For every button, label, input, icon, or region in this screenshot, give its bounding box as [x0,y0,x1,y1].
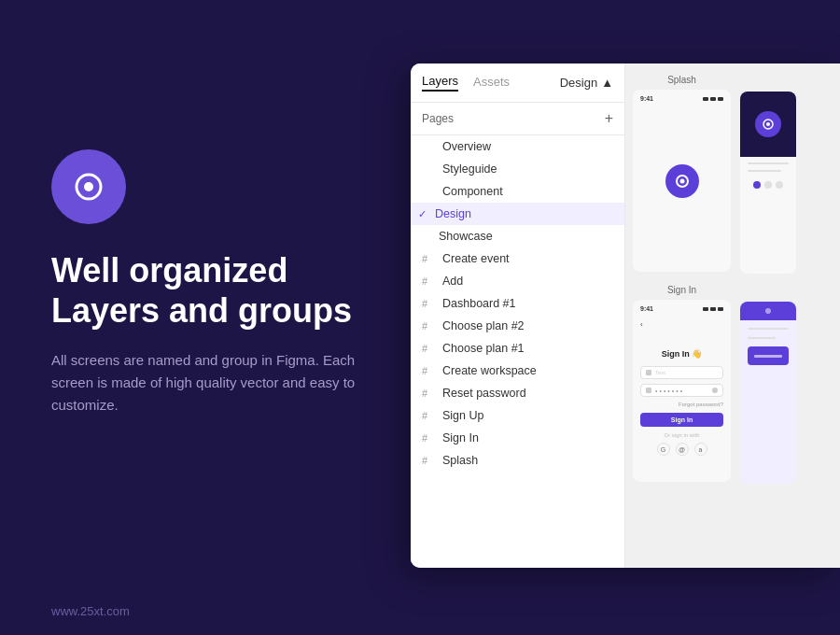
hash-icon: # [422,388,437,399]
tab-assets[interactable]: Assets [473,75,510,91]
status-time: 9:41 [640,95,653,102]
preview-area: Splash 9:41 [625,64,840,568]
chevron-up-icon: ▲ [601,76,613,90]
sidebar-tabs: Layers Assets [422,74,510,92]
left-panel: Well organized Layers and groups All scr… [51,149,406,416]
dot [776,181,783,189]
user-icon [646,370,651,375]
battery-icon [718,97,723,101]
checkmark-icon: ✓ [418,208,433,220]
social-icons-row: G @ a [640,443,723,456]
forgot-password-link[interactable]: Forgot password? [640,402,723,407]
battery-icon [718,307,723,311]
list-item[interactable]: Overview [411,135,624,158]
hash-icon: # [422,320,437,332]
partial-screen-bottom [740,302,796,484]
list-item[interactable]: # Create workspace [411,360,624,382]
status-bar: 9:41 [633,95,731,102]
hash-icon: # [422,455,437,466]
back-arrow[interactable]: ‹ [640,320,723,329]
list-item[interactable]: # Sign Up [411,404,624,427]
username-input[interactable]: Text [640,366,723,379]
subtext: All screens are named and group in Figma… [51,349,359,416]
list-item[interactable]: Component [411,180,624,203]
preview-row-2: Sign In 9:41 ‹ Sign In 👋 [633,285,833,484]
partial-logo-icon [762,118,775,131]
dot-row [740,177,796,189]
list-item[interactable]: Styleguide [411,158,624,180]
signin-preview: Sign In 9:41 ‹ Sign In 👋 [633,285,731,484]
preview-row-1: Splash 9:41 [633,75,833,274]
pages-section: Pages + [411,103,624,135]
svg-point-3 [679,178,684,183]
partial-preview-bottom [740,302,796,484]
list-item[interactable]: # Choose plan #2 [411,315,624,337]
partial-top-bar [740,302,796,320]
list-item[interactable]: # Add [411,270,624,292]
wave-emoji: 👋 [692,349,702,359]
layers-list: Overview Styleguide Component ✓ Design S… [411,135,624,568]
email-icon[interactable]: @ [676,443,689,456]
list-item[interactable]: Showcase [411,225,624,247]
wifi-icon [710,307,716,311]
status-time-signin: 9:41 [640,305,653,312]
splash-logo-icon [674,173,691,190]
lock-icon [646,388,651,393]
hash-icon: # [422,343,437,354]
list-item[interactable]: # Reset password [411,382,624,404]
hash-icon: # [422,253,437,264]
splash-screen: 9:41 [633,90,731,272]
button-label-bar [754,355,782,358]
partial-header [740,92,796,157]
figma-panel: Layers Assets Design ▲ Pages + Overview … [411,64,840,568]
signin-title: Sign In 👋 [640,349,723,359]
partial-logo [755,111,781,137]
password-dots: ••••••• [655,388,684,394]
apple-icon[interactable]: a [694,443,707,456]
dot [753,181,761,189]
svg-point-5 [766,122,770,126]
hash-icon: # [422,432,437,444]
partial-screen-top [740,92,796,274]
status-icons [703,97,723,101]
splash-preview: Splash 9:41 [633,75,731,274]
signal-icon [703,97,708,101]
signin-button[interactable]: Sign In [640,413,723,427]
splash-logo [665,164,699,198]
dot-indicator [765,308,771,314]
list-item-active[interactable]: ✓ Design [411,203,624,225]
list-item[interactable]: # Sign In [411,427,624,449]
hash-icon: # [422,298,437,309]
or-divider: Or sign in with [640,432,723,438]
layers-sidebar: Layers Assets Design ▲ Pages + Overview … [411,64,625,568]
tab-design[interactable]: Design ▲ [560,76,613,90]
list-item[interactable]: # Splash [411,449,624,472]
signal-icon [703,307,708,311]
headline: Well organized Layers and groups [51,250,406,331]
partial-preview-top [740,92,796,274]
partial-button [748,346,789,365]
signin-screen: 9:41 ‹ Sign In 👋 [633,300,731,482]
wifi-icon [710,97,716,101]
pages-label: Pages [422,112,454,125]
username-placeholder: Text [655,370,665,375]
watermark: www.25xt.com [51,604,130,618]
status-icons-signin [703,307,723,311]
splash-label: Splash [633,75,731,85]
show-password-icon [712,388,718,393]
sidebar-header: Layers Assets Design ▲ [411,64,624,103]
svg-point-1 [84,182,93,191]
signin-button-label: Sign In [671,416,693,423]
logo-circle [51,149,126,224]
list-item[interactable]: # Dashboard #1 [411,292,624,315]
hash-icon: # [422,275,437,287]
password-input[interactable]: ••••••• [640,384,723,397]
tab-layers[interactable]: Layers [422,74,458,92]
google-icon[interactable]: G [657,443,670,456]
dot [764,181,772,189]
add-page-button[interactable]: + [605,110,613,127]
hash-icon: # [422,410,437,421]
list-item[interactable]: # Create event [411,247,624,270]
list-item[interactable]: # Choose plan #1 [411,337,624,360]
status-bar-signin: 9:41 [633,305,731,312]
